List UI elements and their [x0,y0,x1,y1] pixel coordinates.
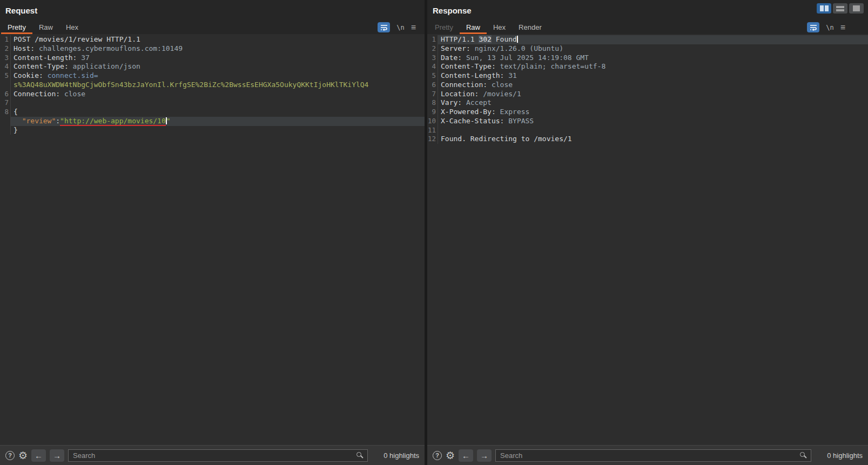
code-text: X-Cache-Status: BYPASS [438,117,868,126]
code-line: 1POST /movies/1/review HTTP/1.1 [0,35,425,44]
columns-icon [820,5,824,11]
request-panel-header: Request [0,0,425,21]
code-segment: connect.sid= [48,71,98,79]
show-newlines-toggle-icon[interactable]: \n [396,24,404,31]
code-text: Content-Length: 31 [438,71,868,81]
tab-hex[interactable]: Hex [59,22,85,34]
tab-hex[interactable]: Hex [487,22,512,34]
line-number: 5 [427,71,438,81]
code-segment: Connection: [441,81,492,89]
code-segment: application/json [73,62,140,70]
search-next-button[interactable]: → [50,449,64,462]
line-number [0,117,11,126]
code-line: 2Host: challenges.cybermouflons.com:1014… [0,44,425,54]
code-text: Connection: close [11,90,425,99]
code-segment: POST /movies/1/review HTTP/1.1 [14,35,140,43]
response-search-input[interactable] [495,449,811,462]
request-panel-title: Request [5,6,37,15]
code-segment: Found [492,35,517,43]
code-segment: X-Cache-Status: [441,117,508,125]
line-number: 2 [427,44,438,54]
line-number: 5 [0,71,11,81]
line-number: 4 [427,62,438,71]
response-editor[interactable]: 1HTTP/1.1 302 Found2Server: nginx/1.26.0… [427,34,868,445]
request-panel: Request PrettyRawHex \n ≡ 1POST /movies/… [0,0,425,465]
line-number: 6 [427,81,438,90]
response-tabs: PrettyRawHexRender [427,22,548,34]
code-segment: 302 [479,35,491,43]
line-number: 1 [0,35,11,44]
request-searchbar: ? ⚙ ← → 0 highlights [0,445,425,465]
code-segment: Accept [466,98,492,107]
request-editor[interactable]: 1POST /movies/1/review HTTP/1.12Host: ch… [0,34,425,445]
code-text [438,126,868,135]
response-panel: Response PrettyRawHexRender [427,0,868,465]
code-line: "review":"http://web-app/movies/10" [0,117,425,126]
response-search-wrap [495,449,811,462]
code-line: 11 [427,126,868,135]
code-text: Host: challenges.cybermouflons.com:10149 [11,44,425,54]
code-segment: Location: [441,90,483,98]
code-line: 12Found. Redirecting to /movies/1 [427,135,868,144]
search-prev-button[interactable]: ← [31,449,46,462]
code-line: 6Connection: close [427,81,868,90]
show-newlines-toggle-icon[interactable]: \n [826,24,833,31]
layout-rows-button[interactable] [833,3,847,14]
layout-single-button[interactable] [849,3,864,14]
code-segment: 31 [508,71,517,79]
code-segment: "http://web-app/movies/10 [60,117,166,126]
line-number: 3 [427,54,438,63]
word-wrap-toggle-icon[interactable] [378,22,390,32]
code-segment: HTTP/1.1 [441,35,479,43]
editor-menu-icon[interactable]: ≡ [411,23,416,32]
code-segment: Express [500,108,530,116]
code-line: 7Location: /movies/1 [427,90,868,99]
search-prev-button[interactable]: ← [459,449,473,462]
request-editor-toolbar: \n ≡ [378,22,425,34]
code-text: POST /movies/1/review HTTP/1.1 [11,35,425,44]
code-segment: close [64,90,85,98]
help-icon[interactable]: ? [433,451,442,460]
request-tabs: PrettyRawHex [0,22,85,34]
code-text: X-Powered-By: Express [438,108,868,117]
request-search-input[interactable] [68,449,368,462]
line-number [0,126,11,135]
settings-gear-icon[interactable]: ⚙ [18,450,28,461]
layout-columns-button[interactable] [817,3,831,14]
magnifier-icon [356,452,361,457]
code-segment: Connection: [14,90,64,98]
code-segment: Server: [441,44,475,52]
search-next-button[interactable]: → [477,449,492,462]
tab-render[interactable]: Render [512,22,548,34]
code-text [11,98,425,108]
word-wrap-toggle-icon[interactable] [807,22,819,32]
code-segment: Content-Length: [441,71,508,79]
response-panel-title: Response [433,6,472,15]
line-number: 4 [0,62,11,71]
code-segment: Content-Type: [441,62,500,70]
code-line: 3Date: Sun, 13 Jul 2025 14:19:08 GMT [427,54,868,63]
tab-raw[interactable]: Raw [32,22,59,34]
code-segment: challenges.cybermouflons.com:10149 [39,44,183,52]
tab-pretty[interactable]: Pretty [1,22,32,34]
help-icon[interactable]: ? [5,451,15,460]
line-number: 9 [427,108,438,117]
code-segment: s%3AQ48uXWDW4tNbgCjwObfSn43bzJaYonIl.Krf… [14,81,368,89]
request-search-wrap [68,449,368,462]
settings-gear-icon[interactable]: ⚙ [446,450,455,461]
code-segment: Content-Type: [14,62,73,70]
response-highlights-count: 0 highlights [815,451,863,460]
tab-raw[interactable]: Raw [460,22,487,34]
line-number: 12 [427,135,438,144]
line-number [0,81,11,90]
code-segment: X-Powered-By: [441,108,500,116]
code-line: 2Server: nginx/1.26.0 (Ubuntu) [427,44,868,54]
line-number: 3 [0,54,11,63]
code-segment: : [56,117,60,125]
editor-menu-icon[interactable]: ≡ [840,23,845,32]
code-segment: BYPASS [508,117,534,125]
code-segment: { [14,108,18,116]
code-text: { [11,108,425,117]
tab-pretty: Pretty [428,22,460,34]
code-segment: " [166,117,171,125]
